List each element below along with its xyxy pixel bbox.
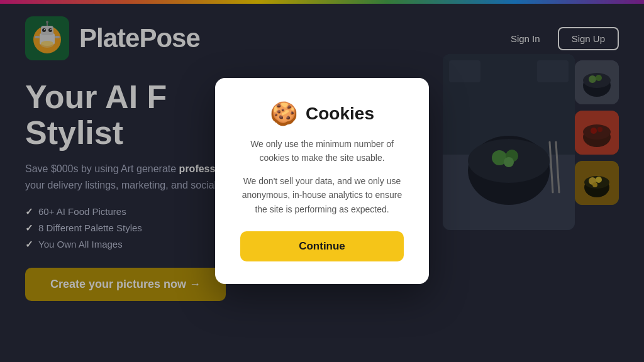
modal-continue-button[interactable]: Continue <box>240 231 404 261</box>
cookie-modal: 🍪 Cookies We only use the minimum number… <box>215 78 429 284</box>
modal-title: Cookies <box>306 104 374 124</box>
modal-text2: We don't sell your data, and we only use… <box>240 174 404 216</box>
modal-overlay: 🍪 Cookies We only use the minimum number… <box>0 0 644 362</box>
cookie-icon: 🍪 <box>270 101 298 127</box>
modal-header: 🍪 Cookies <box>240 101 404 127</box>
modal-text1: We only use the minimum number of cookie… <box>240 137 404 165</box>
